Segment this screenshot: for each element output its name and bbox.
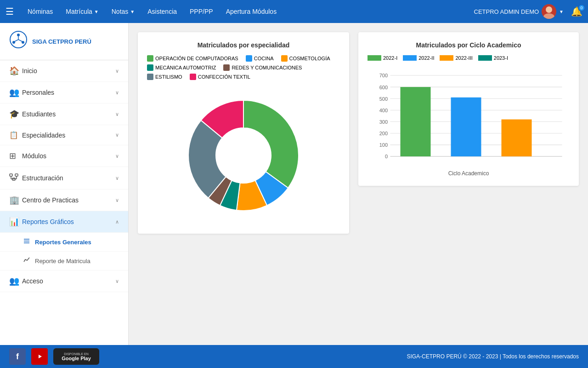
nav-asistencia[interactable]: Asistencia bbox=[141, 0, 183, 23]
notif-badge: 0 bbox=[578, 4, 585, 12]
svg-rect-10 bbox=[15, 174, 18, 176]
especialidades-arrow: ∨ bbox=[115, 132, 119, 138]
legend-color-0 bbox=[147, 55, 153, 62]
svg-text:0: 0 bbox=[385, 154, 388, 159]
svg-rect-9 bbox=[10, 174, 12, 176]
body-area: SIGA CETPRO PERÚ 🏠 Inicio ∨ 👥 Personales… bbox=[0, 23, 588, 345]
bar-legend-rect-0 bbox=[368, 55, 381, 61]
svg-text:200: 200 bbox=[379, 131, 388, 136]
modulos-arrow: ∨ bbox=[115, 153, 119, 159]
reportes-arrow: ∧ bbox=[115, 219, 119, 225]
donut-chart-card: Matriculados por especialidad OPERACIÓN … bbox=[138, 32, 349, 234]
bar-legend-2: 2022-III bbox=[440, 55, 472, 61]
legend-item-6: CONFECCIÓN TEXTIL bbox=[190, 74, 250, 80]
legend-item-2: COSMETOLOGÍA bbox=[281, 55, 330, 62]
avatar bbox=[542, 4, 556, 19]
especialidades-icon: 📋 bbox=[9, 131, 22, 139]
estudiantes-icon: 🎓 bbox=[9, 109, 22, 119]
user-menu[interactable]: CETPRO ADMIN DEMO ▼ bbox=[474, 4, 564, 19]
legend-item-3: MECÁNICA AUTOMOTRIZ bbox=[147, 64, 216, 71]
reportes-generales-icon bbox=[23, 237, 30, 247]
google-play-button[interactable]: DISPONIBLE EN Google Play bbox=[53, 348, 99, 365]
reporte-matricula-icon bbox=[23, 256, 30, 265]
legend-item-5: ESTILISMO bbox=[147, 74, 182, 80]
bar-x-label: Ciclo Academico bbox=[368, 170, 570, 177]
legend-color-6 bbox=[190, 74, 196, 80]
legend-item-1: COCINA bbox=[246, 55, 274, 62]
reportes-icon: 📊 bbox=[9, 217, 22, 227]
donut-chart-svg bbox=[175, 86, 312, 224]
bar-legend-3: 2023-I bbox=[478, 55, 508, 61]
personales-arrow: ∨ bbox=[115, 90, 119, 96]
nav-notas[interactable]: Notas ▼ bbox=[105, 0, 141, 23]
sidebar-item-centro[interactable]: 🏢 Centro de Practicas ∨ bbox=[0, 190, 128, 211]
main-content: Matriculados por especialidad OPERACIÓN … bbox=[129, 23, 588, 345]
bar-chart-svg: 0100200300400500600700 bbox=[368, 65, 570, 167]
sidebar-label-acceso: Acceso bbox=[22, 277, 115, 285]
nav-ppp[interactable]: PPP/PP bbox=[183, 0, 220, 23]
modulos-icon: ⊞ bbox=[9, 151, 22, 161]
bar-chart-title: Matriculados por Ciclo Academico bbox=[368, 41, 570, 49]
sidebar-item-reportes[interactable]: 📊 Reportes Gráficos ∧ bbox=[0, 211, 128, 233]
centro-arrow: ∨ bbox=[115, 197, 119, 203]
sidebar-label-reportes: Reportes Gráficos bbox=[22, 218, 115, 225]
inicio-arrow: ∨ bbox=[115, 68, 119, 74]
user-arrow: ▼ bbox=[559, 9, 564, 14]
nav-apertura[interactable]: Apertura Módulos bbox=[220, 0, 283, 23]
svg-text:400: 400 bbox=[379, 108, 388, 113]
legend-item-4: REDES Y COMUNICACIONES bbox=[223, 64, 302, 71]
legend-label-6: CONFECCIÓN TEXTIL bbox=[198, 74, 250, 80]
sidebar-item-inicio[interactable]: 🏠 Inicio ∨ bbox=[0, 60, 128, 82]
sidebar-label-inicio: Inicio bbox=[22, 67, 115, 75]
footer: f DISPONIBLE EN Google Play SIGA-CETPRO … bbox=[0, 345, 588, 368]
legend-color-1 bbox=[246, 55, 252, 62]
svg-text:700: 700 bbox=[379, 73, 388, 78]
sidebar-logo: SIGA CETPRO PERÚ bbox=[0, 23, 128, 60]
legend-item-0: OPERACIÓN DE COMPUTADORAS bbox=[147, 55, 238, 62]
sidebar-label-especialidades: Especialidades bbox=[22, 132, 115, 139]
reporte-matricula-label: Reporte de Matricula bbox=[35, 258, 90, 264]
topnav-right: CETPRO ADMIN DEMO ▼ 🔔 0 bbox=[474, 4, 582, 19]
legend-label-0: OPERACIÓN DE COMPUTADORAS bbox=[155, 56, 238, 61]
svg-text:300: 300 bbox=[379, 119, 388, 125]
notification-bell[interactable]: 🔔 0 bbox=[571, 6, 582, 17]
estructuracion-icon bbox=[9, 172, 22, 184]
svg-line-7 bbox=[15, 40, 18, 41]
svg-line-8 bbox=[18, 40, 22, 41]
sidebar-item-estudiantes[interactable]: 🎓 Estudiantes ∨ bbox=[0, 104, 128, 125]
youtube-button[interactable] bbox=[31, 348, 48, 365]
bar-legend-rect-1 bbox=[403, 55, 417, 61]
nav-matricula[interactable]: Matrícula ▼ bbox=[59, 0, 105, 23]
personales-icon: 👥 bbox=[9, 87, 22, 98]
gplay-bottom-text: Google Play bbox=[62, 356, 91, 361]
sidebar-subitem-reporte-matricula[interactable]: Reporte de Matricula bbox=[0, 252, 128, 270]
footer-copyright: SIGA-CETPRO PERÚ © 2022 - 2023 | Todos l… bbox=[407, 353, 579, 360]
legend-label-4: REDES Y COMUNICACIONES bbox=[232, 65, 302, 70]
sidebar-item-acceso[interactable]: 👥 Acceso ∨ bbox=[0, 270, 128, 292]
sidebar-label-personales: Personales bbox=[22, 89, 115, 96]
facebook-icon: f bbox=[16, 352, 19, 362]
facebook-button[interactable]: f bbox=[9, 348, 26, 365]
svg-rect-36 bbox=[401, 87, 431, 156]
svg-text:600: 600 bbox=[379, 85, 388, 90]
sidebar: SIGA CETPRO PERÚ 🏠 Inicio ∨ 👥 Personales… bbox=[0, 23, 129, 345]
svg-rect-38 bbox=[502, 120, 532, 156]
bar-legend-label-0: 2022-I bbox=[383, 55, 397, 61]
acceso-icon: 👥 bbox=[9, 276, 22, 286]
notas-arrow: ▼ bbox=[130, 9, 135, 14]
menu-icon[interactable]: ☰ bbox=[6, 6, 14, 17]
sidebar-label-estudiantes: Estudiantes bbox=[22, 110, 115, 118]
bar-legend-0: 2022-I bbox=[368, 55, 397, 61]
donut-chart-legend: OPERACIÓN DE COMPUTADORAS COCINA COSMETO… bbox=[147, 55, 340, 80]
sidebar-item-modulos[interactable]: ⊞ Módulos ∨ bbox=[0, 145, 128, 167]
nav-nominas[interactable]: Nóminas bbox=[21, 0, 59, 23]
topnav: ☰ Nóminas Matrícula ▼ Notas ▼ Asistencia… bbox=[0, 0, 588, 23]
sidebar-item-especialidades[interactable]: 📋 Especialidades ∨ bbox=[0, 125, 128, 145]
legend-color-5 bbox=[147, 74, 153, 80]
bar-legend-rect-3 bbox=[478, 55, 492, 61]
centro-icon: 🏢 bbox=[9, 195, 22, 205]
sidebar-subitem-reportes-generales[interactable]: Reportes Generales bbox=[0, 233, 128, 252]
sidebar-item-estructuracion[interactable]: Estructuración ∨ bbox=[0, 167, 128, 190]
bar-legend-1: 2022-II bbox=[403, 55, 434, 61]
sidebar-item-personales[interactable]: 👥 Personales ∨ bbox=[0, 82, 128, 104]
